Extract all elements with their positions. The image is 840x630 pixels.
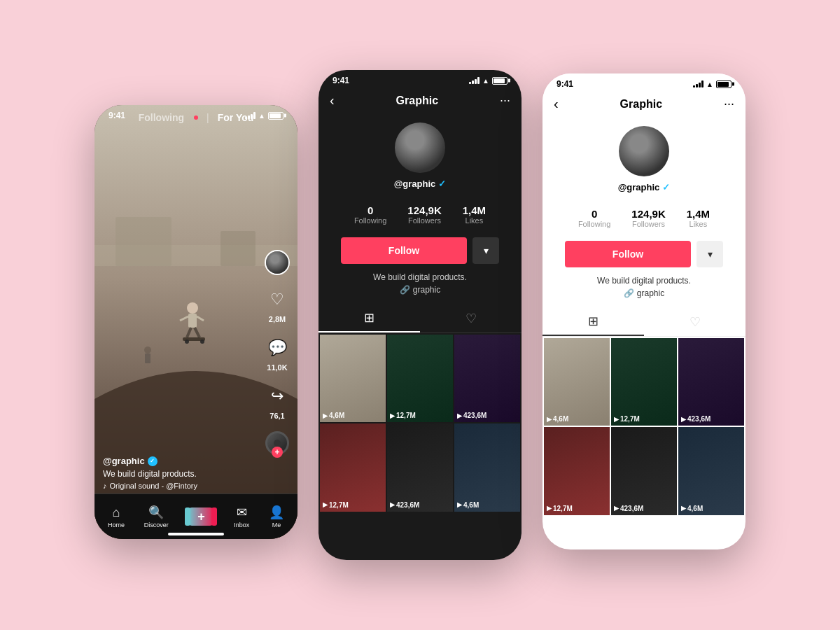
follow-row-light: Follow ▾ xyxy=(542,235,746,273)
follow-plus-icon: + xyxy=(272,447,283,458)
video-thumbnail[interactable]: ▶ 423,6M xyxy=(611,427,677,514)
thumb-count: ▶ 4,6M xyxy=(681,505,703,512)
status-bar-phone1: 9:41 ▲ xyxy=(94,105,298,123)
signal-icon-2 xyxy=(469,77,479,84)
video-thumbnail[interactable]: ▶ 4,6M xyxy=(454,424,520,511)
video-background: 9:41 ▲ Following | For You xyxy=(94,105,298,539)
signal-icon-3 xyxy=(693,80,704,88)
home-indicator xyxy=(168,533,224,536)
wifi-icon-3: ▲ xyxy=(706,80,713,88)
follow-button-light[interactable]: Follow xyxy=(565,241,691,267)
dropdown-button-light[interactable]: ▾ xyxy=(696,241,723,267)
nav-me[interactable]: 👤 Me xyxy=(269,505,284,528)
profile-handle-light: @graphic ✓ xyxy=(618,182,671,192)
dropdown-button-dark[interactable]: ▾ xyxy=(472,237,499,264)
thumb-count: ▶ 12,7M xyxy=(547,505,573,512)
link-icon-light: 🔗 xyxy=(624,288,634,298)
share-icon: ↪ xyxy=(264,383,290,410)
phone-3-light-profile: 9:41 ▲ ‹ Graphic ··· @graphic ✓ 0 Foll xyxy=(542,74,746,550)
status-icons-phone1: ▲ xyxy=(245,112,284,120)
bio-area-dark: We build digital products. 🔗 graphic xyxy=(318,270,522,300)
verified-icon-light: ✓ xyxy=(662,182,670,192)
tabs-row-dark: ⊞ ♡ xyxy=(318,304,522,333)
like-button[interactable]: ♡ 2,8M xyxy=(264,286,290,323)
link-icon-dark: 🔗 xyxy=(400,285,410,295)
search-icon: 🔍 xyxy=(148,505,164,520)
nav-inbox[interactable]: ✉ Inbox xyxy=(234,505,249,528)
more-button-phone2[interactable]: ··· xyxy=(500,93,510,108)
stat-following-light: 0 Following xyxy=(578,208,610,228)
follow-row-dark: Follow ▾ xyxy=(318,232,522,270)
comment-icon: 💬 xyxy=(264,335,290,361)
bio-text-dark: We build digital products. xyxy=(332,272,507,282)
video-sound: ♪ Original sound - @Fintory xyxy=(103,482,259,490)
stats-row-light: 0 Following 124,9K Followers 1,4M Likes xyxy=(542,208,746,228)
tab-grid-light[interactable]: ⊞ xyxy=(542,308,644,336)
heart-icon: ♡ xyxy=(264,286,290,313)
status-time-phone2: 9:41 xyxy=(332,76,349,85)
video-grid-dark: ▶ 4,6M▶ 12,7M▶ 423,6M▶ 12,7M▶ 423,6M▶ 4,… xyxy=(318,333,522,513)
creator-avatar-btn[interactable]: + xyxy=(265,250,290,275)
status-icons-phone3: ▲ xyxy=(693,80,732,88)
thumb-count: ▶ 4,6M xyxy=(323,412,344,419)
profile-title-phone3: Graphic xyxy=(620,98,662,111)
thumb-count: ▶ 12,7M xyxy=(323,501,349,509)
back-button-phone2[interactable]: ‹ xyxy=(330,92,335,108)
battery-icon xyxy=(268,112,284,120)
profile-avatar-dark xyxy=(395,122,445,173)
tab-liked-light[interactable]: ♡ xyxy=(644,308,746,336)
video-thumbnail[interactable]: ▶ 423,6M xyxy=(387,424,453,511)
video-thumbnail[interactable]: ▶ 423,6M xyxy=(454,335,520,422)
thumb-count: ▶ 12,7M xyxy=(614,415,640,423)
thumb-count: ▶ 423,6M xyxy=(457,412,486,419)
more-button-phone3[interactable]: ··· xyxy=(724,97,734,111)
thumb-count: ▶ 423,6M xyxy=(390,501,419,509)
thumb-count: ▶ 423,6M xyxy=(614,505,643,512)
tab-liked-dark[interactable]: ♡ xyxy=(420,304,522,332)
video-thumbnail[interactable]: ▶ 4,6M xyxy=(320,335,386,422)
avatar-image-dark xyxy=(395,122,445,173)
thumb-count: ▶ 12,7M xyxy=(390,412,416,419)
phone-2-dark-profile: 9:41 ▲ ‹ Graphic ··· @graphic ✓ 0 Foll xyxy=(318,70,522,560)
video-grid-light: ▶ 4,6M▶ 12,7M▶ 423,6M▶ 12,7M▶ 423,6M▶ 4,… xyxy=(542,337,746,517)
video-thumbnail[interactable]: ▶ 12,7M xyxy=(320,424,386,511)
comment-button[interactable]: 💬 11,0K xyxy=(264,335,290,372)
bio-text-light: We build digital products. xyxy=(556,276,732,286)
like-count: 2,8M xyxy=(269,315,286,323)
video-username[interactable]: @graphic ✓ xyxy=(103,456,259,466)
feed-overlay: 9:41 ▲ Following | For You xyxy=(94,105,298,539)
follow-button-dark[interactable]: Follow xyxy=(341,237,467,264)
tab-grid-dark[interactable]: ⊞ xyxy=(318,304,420,332)
nav-discover[interactable]: 🔍 Discover xyxy=(144,505,169,528)
video-thumbnail[interactable]: ▶ 423,6M xyxy=(678,338,744,426)
nav-home[interactable]: ⌂ Home xyxy=(108,505,125,528)
avatar-image-light xyxy=(619,126,669,176)
signal-icon xyxy=(245,112,255,119)
video-thumbnail[interactable]: ▶ 12,7M xyxy=(544,427,610,514)
status-icons-phone2: ▲ xyxy=(469,77,507,85)
thumb-count: ▶ 4,6M xyxy=(457,501,479,509)
video-bottom-info: @graphic ✓ We build digital products. ♪ … xyxy=(103,456,259,490)
wifi-icon: ▲ xyxy=(258,112,265,120)
status-bar-phone2: 9:41 ▲ xyxy=(318,70,522,88)
bio-area-light: We build digital products. 🔗 graphic xyxy=(542,273,746,304)
video-thumbnail[interactable]: ▶ 12,7M xyxy=(611,338,677,426)
bio-link-dark[interactable]: 🔗 graphic xyxy=(332,285,507,295)
share-button[interactable]: ↪ 76,1 xyxy=(264,383,290,420)
stat-likes-light: 1,4M Likes xyxy=(687,208,710,228)
inbox-icon: ✉ xyxy=(237,505,247,520)
bio-link-light[interactable]: 🔗 graphic xyxy=(556,288,732,298)
nav-create[interactable]: + xyxy=(188,507,214,526)
video-thumbnail[interactable]: ▶ 4,6M xyxy=(544,338,610,426)
stat-followers-light: 124,9K Followers xyxy=(631,208,665,228)
profile-handle-dark: @graphic ✓ xyxy=(394,178,447,189)
video-thumbnail[interactable]: ▶ 12,7M xyxy=(387,335,453,422)
back-button-phone3[interactable]: ‹ xyxy=(554,96,559,112)
stats-row-dark: 0 Following 124,9K Followers 1,4M Likes xyxy=(318,204,522,225)
create-button[interactable]: + xyxy=(188,507,214,526)
creator-avatar xyxy=(265,250,290,275)
stat-likes-dark: 1,4M Likes xyxy=(463,204,486,225)
battery-icon-2 xyxy=(492,77,507,85)
profile-header-dark: ‹ Graphic ··· xyxy=(318,88,522,115)
video-thumbnail[interactable]: ▶ 4,6M xyxy=(678,427,744,514)
